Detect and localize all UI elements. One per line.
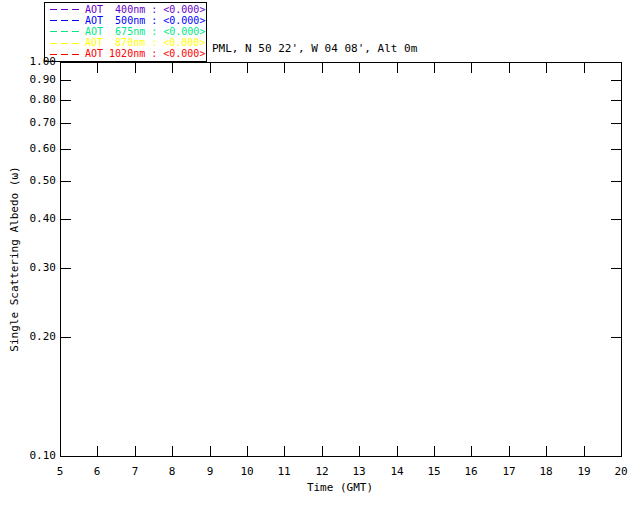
x-tick-label: 11 [269,466,299,478]
y-tick-mark [611,80,621,81]
y-tick-mark [61,181,71,182]
x-tick-mark [247,63,248,73]
y-tick-mark [61,100,71,101]
x-tick-mark [621,446,622,456]
x-tick-mark [621,63,622,73]
x-tick-mark [60,63,61,73]
legend-item-aot-1020: AOT 1020nm : <0.000> [50,49,206,60]
y-tick-mark [61,149,71,150]
legend-label: AOT 1020nm : <0.000> [85,49,205,59]
legend-label: AOT 675nm : <0.000> [85,27,205,37]
x-tick-mark [584,63,585,73]
y-tick-mark [61,62,71,63]
legend-item-aot-400: AOT 400nm : <0.000> [50,4,206,15]
x-tick-mark [359,63,360,73]
x-tick-label: 20 [606,466,636,478]
x-tick-mark [210,63,211,73]
dashed-line-sample [50,20,79,21]
y-tick-label: 0.80 [18,94,56,106]
x-tick-mark [397,63,398,73]
x-tick-label: 19 [569,466,599,478]
x-tick-mark [97,446,98,456]
x-tick-label: 9 [195,466,225,478]
x-tick-mark [172,446,173,456]
legend-item-aot-675: AOT 675nm : <0.000> [50,26,206,37]
x-tick-mark [97,63,98,73]
y-tick-mark [611,456,621,457]
y-tick-mark [611,268,621,269]
legend-item-aot-500: AOT 500nm : <0.000> [50,15,206,26]
x-tick-mark [60,446,61,456]
x-tick-mark [247,446,248,456]
x-tick-mark [135,446,136,456]
y-axis-title: Single Scattering Albedo (ω) [8,109,24,409]
x-tick-mark [172,63,173,73]
plot-window: AOT 400nm : <0.000> AOT 500nm : <0.000> … [0,0,640,512]
x-tick-mark [546,63,547,73]
y-tick-mark [61,268,71,269]
y-tick-mark [61,337,71,338]
x-tick-mark [284,446,285,456]
y-tick-mark [611,123,621,124]
legend-label: AOT 500nm : <0.000> [85,16,205,26]
x-tick-label: 12 [307,466,337,478]
x-tick-mark [509,63,510,73]
x-tick-label: 10 [232,466,262,478]
y-tick-label: 0.90 [18,74,56,86]
y-tick-mark [611,337,621,338]
x-tick-label: 13 [344,466,374,478]
legend-label: AOT 400nm : <0.000> [85,5,205,15]
y-tick-mark [611,149,621,150]
x-tick-mark [434,63,435,73]
y-tick-mark [611,100,621,101]
y-tick-mark [611,181,621,182]
x-tick-label: 14 [382,466,412,478]
y-tick-mark [611,219,621,220]
x-tick-mark [322,446,323,456]
x-tick-label: 8 [157,466,187,478]
x-tick-label: 15 [419,466,449,478]
x-tick-mark [322,63,323,73]
legend-label: AOT 870nm : <0.000> [85,38,205,48]
x-tick-mark [584,446,585,456]
y-tick-mark [61,123,71,124]
x-tick-mark [509,446,510,456]
x-tick-mark [284,63,285,73]
site-location-line: PML, N 50 22', W 04 08', Alt 0m [212,40,417,57]
y-tick-mark [61,456,71,457]
dashed-line-sample [50,43,79,44]
x-tick-label: 16 [456,466,486,478]
x-tick-mark [359,446,360,456]
x-tick-label: 17 [494,466,524,478]
y-tick-mark [61,219,71,220]
y-tick-mark [611,62,621,63]
legend-item-aot-870: AOT 870nm : <0.000> [50,38,206,49]
x-tick-label: 6 [82,466,112,478]
x-tick-mark [471,63,472,73]
x-tick-label: 18 [531,466,561,478]
dashed-line-sample [50,9,79,10]
y-tick-mark [61,80,71,81]
x-tick-mark [210,446,211,456]
x-tick-mark [135,63,136,73]
legend: AOT 400nm : <0.000> AOT 500nm : <0.000> … [44,2,207,62]
plot-area [60,62,622,457]
y-tick-label: 0.10 [18,450,56,462]
x-tick-mark [434,446,435,456]
x-axis-title: Time (GMT) [240,481,440,494]
y-tick-label: 1.00 [18,56,56,68]
x-tick-label: 5 [45,466,75,478]
dashed-line-sample [50,31,79,32]
x-tick-mark [471,446,472,456]
x-tick-mark [546,446,547,456]
x-tick-mark [397,446,398,456]
x-tick-label: 7 [120,466,150,478]
